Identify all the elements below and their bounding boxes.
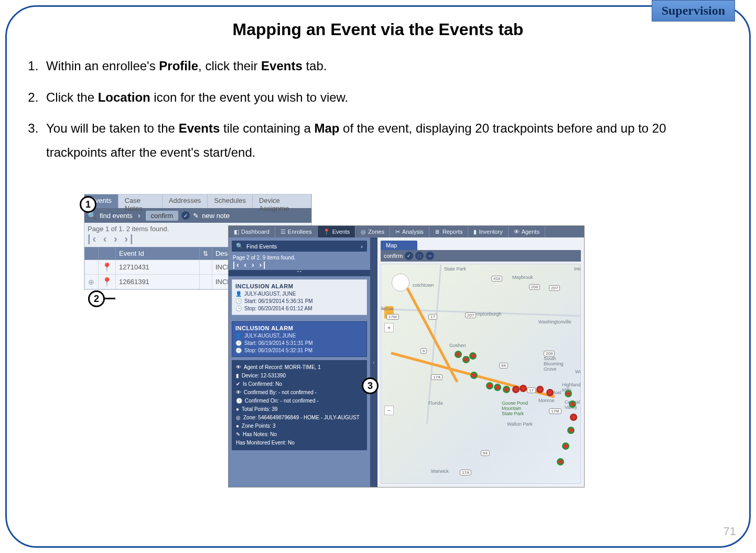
trackpoint-icon[interactable] <box>503 386 510 393</box>
trackpoint-icon[interactable] <box>557 458 564 465</box>
events-tile-screenshot: ◧Dashboard ☰Enrollees 📍Events ◎Zones ✂An… <box>228 225 585 487</box>
confirm-button[interactable]: confirm <box>146 211 179 221</box>
confirm-check-icon[interactable]: ✓ <box>181 211 190 220</box>
clock-icon: 🕒 <box>235 348 242 353</box>
trackpoint-icon[interactable] <box>469 352 477 360</box>
route-shield: 94 <box>499 363 508 368</box>
trackpoint-icon[interactable] <box>520 385 527 392</box>
route-shield: 208 <box>544 351 555 356</box>
trackpoint-icon[interactable] <box>567 427 575 434</box>
map-label: Walton Park <box>507 421 533 427</box>
route-shield: 17 <box>428 314 437 320</box>
check-icon: ✔ <box>236 380 240 388</box>
col-event-id[interactable]: Event Id <box>116 247 200 260</box>
map-label: cotchtown <box>413 283 434 288</box>
map-label: Warwick <box>431 469 449 474</box>
tab-schedules[interactable]: Schedules <box>208 194 253 208</box>
trackpoint-icon[interactable] <box>569 400 576 408</box>
nav-zones[interactable]: ◎Zones <box>355 226 390 237</box>
location-pin-icon[interactable]: 📍 <box>102 263 112 272</box>
profile-tab-row: Events Case Notes Addresses Schedules De… <box>84 194 311 208</box>
chevron-right-icon[interactable]: › <box>361 243 363 250</box>
events-icon: 📍 <box>323 229 330 235</box>
sort-icon[interactable]: ⇅ <box>203 250 208 257</box>
panel-collapse-toggle[interactable]: ‹ <box>370 237 377 487</box>
map-toolbar: confirm ✓ ⸬ ↔ <box>381 250 581 262</box>
route-shield: 207 <box>549 285 560 291</box>
events-side-panel: 🔍 Find Events › Page 2 of 2. 9 items fou… <box>229 237 370 487</box>
route-shield: 416 <box>491 276 502 281</box>
map-label: lletow <box>381 306 393 311</box>
route-shield: 6 <box>420 348 427 354</box>
trackpoint-icon[interactable] <box>470 372 478 379</box>
nav-events[interactable]: 📍Events <box>318 226 356 237</box>
map-tab[interactable]: Map <box>381 241 417 250</box>
tab-addresses[interactable]: Addresses <box>163 194 208 208</box>
page-number: 71 <box>723 525 736 538</box>
fit-icon[interactable]: ↔ <box>426 252 434 260</box>
zoom-out-button[interactable]: − <box>384 406 394 415</box>
person-icon: 👤 <box>235 333 242 339</box>
section-badge: Supervision <box>652 0 735 21</box>
trackpoint-icon[interactable] <box>546 389 554 396</box>
callout-2: 2 <box>88 290 105 307</box>
map-label: Inter <box>574 266 581 272</box>
route-shield: 17A <box>431 374 442 380</box>
clock-icon: 🕒 <box>236 397 242 405</box>
trackpoint-icon[interactable] <box>565 390 572 397</box>
trackpoint-icon[interactable] <box>536 386 544 393</box>
route-shield: 17 <box>527 387 536 393</box>
map-label: Maybrook <box>512 275 533 280</box>
dot-icon: ● <box>236 405 239 414</box>
new-note-label[interactable]: new note <box>202 212 230 220</box>
pan-control[interactable] <box>392 274 409 291</box>
nav-analysis[interactable]: ✂Analysis <box>390 226 429 237</box>
route-shield: 207 <box>465 312 476 318</box>
analysis-icon: ✂ <box>395 229 400 235</box>
confirm-check-icon[interactable]: ✓ <box>405 252 413 260</box>
trackpoint-icon[interactable] <box>462 356 470 363</box>
eye-icon: 👁 <box>236 388 241 397</box>
pager-controls[interactable]: |‹ ‹ › ›| <box>229 261 370 270</box>
trackpoint-icon[interactable] <box>562 442 569 450</box>
tool-icon[interactable]: ⸬ <box>415 252 424 260</box>
dot-icon: ● <box>236 422 239 430</box>
nav-reports[interactable]: 🗎Reports <box>429 226 469 237</box>
trackpoint-icon[interactable] <box>512 386 520 393</box>
nav-agents[interactable]: 👁Agents <box>509 226 545 237</box>
chevron-right-icon[interactable]: › <box>138 211 141 220</box>
map-canvas[interactable]: + − State Park Maybrook Hamptonburgh Was… <box>381 264 581 484</box>
event-card-selected[interactable]: INCLUSION ALARM 👤JULY-AUGUST, JUNE 🕒Star… <box>232 321 367 357</box>
clock-icon: 🕒 <box>235 340 242 346</box>
nav-dashboard[interactable]: ◧Dashboard <box>229 226 275 237</box>
trackpoint-icon[interactable] <box>486 382 493 389</box>
location-pin-icon[interactable]: 📍 <box>102 277 112 286</box>
event-card[interactable]: INCLUSION ALARM 👤JULY-AUGUST, JUNE 🕒Star… <box>232 279 367 315</box>
nav-enrollees[interactable]: ☰Enrollees <box>275 226 318 237</box>
find-events-bar[interactable]: 🔍 Find Events › <box>232 241 367 252</box>
callout-1: 1 <box>80 196 96 213</box>
trackpoint-icon[interactable] <box>455 351 462 358</box>
map-label: Washingtonville <box>538 319 571 324</box>
map-label: Goose Pond Mountain State Park <box>502 400 528 416</box>
map-label: South Blooming Grove <box>544 356 564 372</box>
event-details: 👁Agent of Record: MORR-TIME, 1 ▮Device: … <box>232 360 367 450</box>
nav-inventory[interactable]: ▮Inventory <box>468 226 508 237</box>
tab-case-notes[interactable]: Case Notes <box>118 194 163 208</box>
zoom-in-button[interactable]: + <box>384 323 394 332</box>
route-shield: 94 <box>481 450 490 456</box>
trackpoint-icon[interactable] <box>494 384 501 391</box>
device-icon: ▮ <box>236 372 239 380</box>
new-note-icon[interactable]: ✎ <box>193 212 199 220</box>
find-events-label[interactable]: find events <box>100 212 133 220</box>
map-label: Woo <box>575 369 581 374</box>
search-icon: 🔍 <box>236 243 243 250</box>
map-panel: Map confirm ✓ ⸬ ↔ + − Stat <box>377 237 584 487</box>
confirm-label[interactable]: confirm <box>384 253 403 259</box>
trackpoint-icon[interactable] <box>570 414 577 421</box>
tab-device-assignments[interactable]: Device Assignme <box>253 194 311 208</box>
expand-collapse-toggle[interactable]: ˄˅ <box>229 270 370 276</box>
person-icon: 👤 <box>235 291 242 297</box>
route-shield: 17M <box>386 314 399 320</box>
expand-icon[interactable]: ⊕ <box>88 278 94 286</box>
